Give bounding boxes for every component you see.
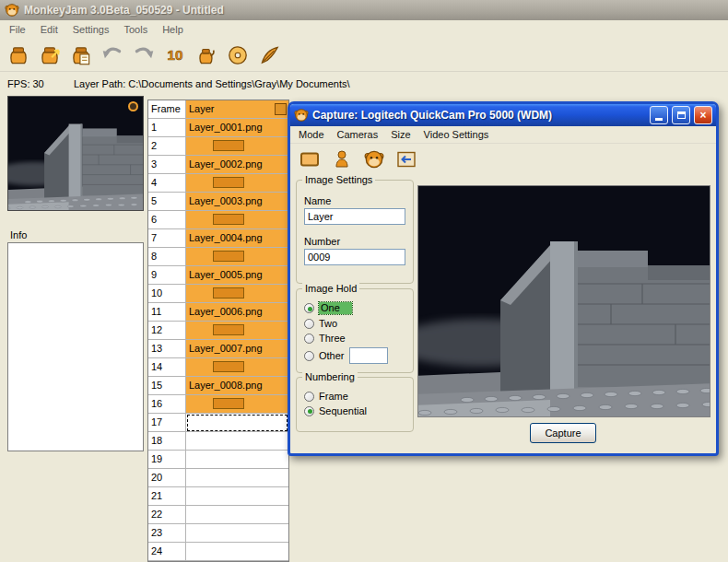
name-input[interactable] (304, 208, 405, 225)
export-icon[interactable] (224, 41, 252, 69)
radio-icon (304, 303, 314, 313)
layer-cell[interactable] (186, 395, 288, 414)
capture-frame-icon[interactable] (298, 147, 322, 171)
layer-header-button[interactable] (275, 103, 287, 115)
frame-number-cell[interactable]: 22 (148, 506, 186, 524)
frame-number-cell[interactable]: 9 (148, 266, 186, 285)
layer-cell[interactable] (186, 358, 288, 377)
layer-cell[interactable] (186, 543, 288, 561)
redo-icon[interactable] (130, 41, 158, 69)
layer-cell[interactable]: Layer_0006.png (186, 303, 288, 322)
frame-number-cell[interactable]: 24 (148, 543, 186, 561)
layer-cell[interactable] (186, 137, 288, 156)
hold-indicator (213, 214, 244, 225)
close-button[interactable]: × (694, 106, 712, 124)
frame-number-cell[interactable]: 12 (148, 322, 186, 340)
layer-cell[interactable] (186, 506, 288, 524)
frame-number-cell[interactable]: 7 (148, 229, 186, 248)
capture-titlebar[interactable]: Capture: Logitech QuickCam Pro 5000 (WDM… (290, 104, 716, 126)
layer-cell[interactable]: Layer_0005.png (186, 266, 288, 285)
frame-number-cell[interactable]: 2 (148, 137, 186, 156)
capture-icon[interactable] (193, 41, 220, 69)
frame-number-cell[interactable]: 11 (148, 303, 186, 322)
layer-column-header[interactable]: Layer (186, 100, 288, 119)
layer-cell[interactable] (186, 469, 288, 487)
frame-number-cell[interactable]: 3 (148, 156, 186, 174)
radio-option-other[interactable]: Other (304, 347, 407, 364)
frame-column-header[interactable]: Frame (148, 100, 186, 119)
layer-cell[interactable] (186, 211, 288, 229)
menu-cameras[interactable]: Cameras (331, 126, 385, 143)
frame-number-cell[interactable]: 18 (148, 432, 186, 451)
capture-button[interactable]: Capture (530, 423, 596, 443)
frame-number-cell[interactable]: 4 (148, 174, 186, 193)
save-icon[interactable] (67, 41, 95, 69)
image-settings-group: Image Settings Name Number (296, 180, 414, 284)
frame-number-cell[interactable]: 8 (148, 248, 186, 266)
monkey-figure-icon[interactable] (330, 147, 354, 171)
frame-number-cell[interactable]: 17 (148, 414, 186, 432)
radio-option-frame[interactable]: Frame (304, 391, 407, 402)
open-icon[interactable] (36, 41, 64, 69)
new-icon[interactable] (5, 41, 32, 69)
layer-cell[interactable] (186, 414, 288, 432)
table-row: 14 (148, 358, 288, 377)
radio-option-one[interactable]: One (304, 302, 407, 314)
frame-number-cell[interactable]: 10 (148, 285, 186, 303)
table-row: 23 (148, 524, 288, 543)
frame-number-cell[interactable]: 16 (148, 395, 186, 414)
hold-indicator (213, 287, 244, 299)
frame-number-cell[interactable]: 1 (148, 119, 186, 137)
frame-number-cell[interactable]: 14 (148, 358, 186, 377)
menu-video-settings[interactable]: Video Settings (417, 126, 496, 143)
back-icon[interactable] (394, 147, 418, 171)
layer-cell[interactable] (186, 451, 288, 469)
radio-option-three[interactable]: Three (304, 333, 407, 344)
frame-number-cell[interactable]: 13 (148, 340, 186, 358)
layer-cell[interactable]: Layer_0004.png (186, 229, 288, 248)
layer-cell[interactable] (186, 174, 288, 193)
layer-cell[interactable]: Layer_0003.png (186, 193, 288, 211)
layer-column-label: Layer (189, 103, 215, 114)
frame-number-cell[interactable]: 15 (148, 377, 186, 395)
layer-cell[interactable] (186, 248, 288, 266)
frame-number-cell[interactable]: 23 (148, 524, 186, 543)
radio-option-sequential[interactable]: Sequential (304, 405, 407, 416)
layer-cell[interactable] (186, 322, 288, 340)
number-input[interactable] (304, 249, 405, 265)
fps-10-icon[interactable] (161, 41, 189, 69)
undo-icon[interactable] (99, 41, 126, 69)
layer-cell[interactable]: Layer_0002.png (186, 156, 288, 174)
layer-cell[interactable]: Layer_0008.png (186, 377, 288, 395)
main-titlebar[interactable]: MonkeyJam 3.0Beta_050529 - Untitled (0, 0, 728, 20)
hold-indicator (213, 361, 244, 372)
capture-window: Capture: Logitech QuickCam Pro 5000 (WDM… (288, 101, 719, 456)
pencil-icon[interactable] (255, 41, 283, 69)
menu-mode[interactable]: Mode (292, 126, 331, 143)
layer-cell[interactable] (186, 432, 288, 451)
layer-cell[interactable] (186, 524, 288, 543)
frame-number-cell[interactable]: 21 (148, 487, 186, 506)
layer-cell[interactable]: Layer_0001.png (186, 119, 288, 137)
menu-size[interactable]: Size (384, 126, 417, 143)
layer-cell[interactable] (186, 285, 288, 303)
layer-cell[interactable]: Layer_0007.png (186, 340, 288, 358)
frame-number-cell[interactable]: 19 (148, 451, 186, 469)
frame-number-cell[interactable]: 20 (148, 469, 186, 487)
minimize-button[interactable] (650, 106, 668, 124)
menu-tools[interactable]: Tools (116, 21, 155, 38)
other-hold-input[interactable] (349, 347, 388, 364)
radio-label: Two (319, 318, 337, 329)
capture-monkey-icon (294, 108, 309, 123)
frame-number-cell[interactable]: 5 (148, 193, 186, 211)
radio-option-two[interactable]: Two (304, 318, 407, 329)
maximize-button[interactable] (672, 106, 690, 124)
layer-cell[interactable] (186, 487, 288, 506)
menu-help[interactable]: Help (155, 21, 191, 38)
frame-number-cell[interactable]: 6 (148, 211, 186, 229)
menu-file[interactable]: File (2, 21, 33, 38)
onion-skin-target-icon[interactable] (128, 101, 138, 111)
menu-settings[interactable]: Settings (65, 21, 117, 38)
monkey-head-icon[interactable] (362, 147, 386, 171)
menu-edit[interactable]: Edit (33, 21, 65, 38)
